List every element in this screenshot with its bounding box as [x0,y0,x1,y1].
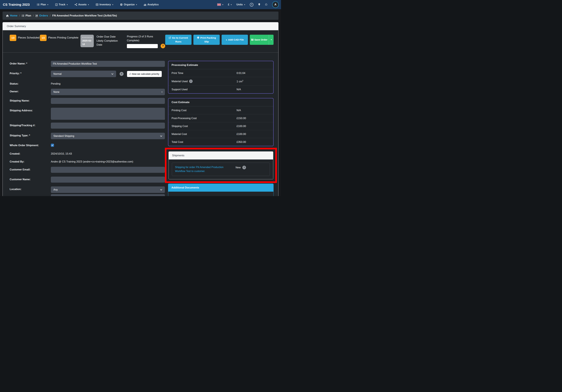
nav-plan[interactable]: Plan ▾ [37,3,48,6]
additional-documents-panel: Additional Documents [168,184,274,196]
shipping-address-textarea[interactable] [51,108,165,120]
shipping-address-label: Shipping Address: [10,108,51,120]
breadcrumb-current: FN Amended Production Workflow Test (3cf… [52,14,117,17]
caret-down-icon: ▾ [162,91,162,93]
shipping-tracking-input[interactable] [51,123,165,129]
progress-help-icon[interactable]: ? [161,44,165,48]
caret-down-icon: ▾ [88,4,89,6]
shipping-type-select[interactable]: Standard Shipping [51,133,165,139]
owner-label: Owner: [10,89,51,95]
save-order-dropdown[interactable]: ▾ [269,35,274,45]
table-row: Total Cost £350.00 [168,138,273,146]
processing-estimate-title: Processing Estimate [168,61,273,69]
brand-link[interactable]: CS Training 2023 [3,3,30,7]
list-icon [37,3,39,6]
due-date-badge[interactable]: 2025-02-12 [81,35,94,47]
user-avatar[interactable]: A [272,1,279,8]
save-order-button[interactable]: Save Order ▾ [250,35,274,45]
notifications-button[interactable] [265,3,267,6]
check-icon [51,144,53,146]
table-row: Shipping Cost £100.00 [168,122,273,130]
nav-assets[interactable]: Assets ▾ [75,3,89,6]
estimates-column: Processing Estimate Print Time 0:01:04 M… [168,61,274,196]
customer-email-input[interactable] [51,167,165,173]
additional-documents-title: Additional Documents [168,184,274,192]
customer-name-label: Customer Name: [10,177,51,183]
shipments-highlight-box: Shipments Shipping for order FN Amended … [165,148,277,183]
whole-order-shipment-label: Whole Order Shipment: [10,143,51,147]
help-button[interactable]: ? [250,3,253,7]
due-date-labels: Order Due Date Likely Completion Date [97,35,119,47]
order-actions: Go to Current Runs Print Packing Slip +A… [165,35,274,45]
shipping-name-label: Shipping Name: [10,98,51,104]
shipment-link[interactable]: Shipping for order FN Amended Production… [175,165,226,173]
page: CS Training 2023 Plan ▾ Track ▾ Assets ▾… [0,0,281,196]
likely-completion-date: 2025-02-12 [82,39,92,46]
caret-down-icon: ▾ [136,4,137,6]
order-detail-content: Order Name: * Priority: * Normal ? i How [3,53,278,196]
order-summary-card: Order Summary 1/2Pieces Scheduled 1/2Pie… [2,22,279,196]
customer-email-label: Customer Email: [10,167,51,173]
caret-down-icon: ▾ [112,4,113,6]
share-nodes-icon [75,3,77,6]
chevron-down-icon [160,189,162,191]
table-row: Material Cost £100.00 [168,130,273,138]
table-row: Support Used N/A [168,86,273,93]
whole-order-shipment-checkbox[interactable] [51,144,54,147]
status-label: Status: [10,81,51,85]
additional-documents-body [168,192,274,196]
caret-down-icon: ▾ [67,4,68,6]
breadcrumb-separator: / [50,14,50,17]
nav-track[interactable]: Track ▾ [55,3,68,6]
caret-down-icon: ▾ [222,4,223,6]
created-value: 2024/10/10, 15:43 [51,151,165,155]
list-icon [22,15,24,17]
customer-name-input[interactable] [51,177,165,183]
nav-menu: Plan ▾ Track ▾ Assets ▾ Inventory ▾ Orga… [37,3,159,6]
top-navbar: CS Training 2023 Plan ▾ Track ▾ Assets ▾… [0,0,281,9]
bell-icon [265,3,267,6]
edit-icon [35,14,38,17]
whats-new-button[interactable] [258,3,260,6]
plus-icon: + [226,38,227,42]
chevron-down-icon [160,135,162,137]
due-date-unset-dash [82,37,92,37]
created-label: Created: [10,151,51,155]
breadcrumb-plan: Plan [22,14,31,17]
page-title: Order Summary [7,25,26,28]
nav-organize[interactable]: Organize ▾ [120,3,137,6]
priority-help-icon[interactable]: ? [120,72,124,76]
owner-select[interactable]: None ▾ [51,89,165,95]
external-link-icon [169,37,171,39]
progress-block: Progress (3 of 3 Runs Complete) ? [127,35,165,48]
shipment-status-help-icon[interactable]: ? [242,166,246,169]
shipping-name-input[interactable] [51,98,165,104]
go-to-current-runs-button[interactable]: Go to Current Runs [165,35,191,45]
print-packing-slip-button[interactable]: Print Packing Slip [193,35,220,45]
how-we-calculate-priority-button[interactable]: i How we calculate priority [127,71,162,77]
breadcrumb: Home / Plan / Orders / FN Amended Produc… [2,12,279,20]
currency-menu[interactable]: £ ▾ [228,3,232,6]
add-cad-file-button[interactable]: +Add CAD File [222,35,248,45]
language-menu[interactable]: ▾ [217,3,223,6]
nav-analytics[interactable]: Analytics [144,3,159,6]
priority-select[interactable]: Normal [51,71,116,77]
breadcrumb-separator: / [19,14,20,17]
nav-inventory[interactable]: Inventory ▾ [96,3,113,6]
table-icon [96,3,98,6]
material-used-help-icon[interactable]: ? [189,80,193,83]
order-name-label: Order Name: * [10,61,51,67]
processing-estimate-panel: Processing Estimate Print Time 0:01:04 M… [168,61,274,94]
next-field-input[interactable] [51,194,165,196]
flag-uk-icon [217,3,221,6]
printer-icon [197,37,199,39]
table-row: Material Used? 1 cm3 [168,77,273,86]
location-label: Location: [10,186,51,193]
progress-label: Progress (3 of 3 Runs Complete) [127,35,165,42]
location-select[interactable]: Any [51,186,165,193]
units-menu[interactable]: Units ▾ [236,3,245,6]
breadcrumb-orders[interactable]: Orders [35,14,48,17]
priority-label: Priority: * [10,71,51,77]
breadcrumb-home[interactable]: Home [6,14,17,17]
order-name-input[interactable] [51,61,165,67]
